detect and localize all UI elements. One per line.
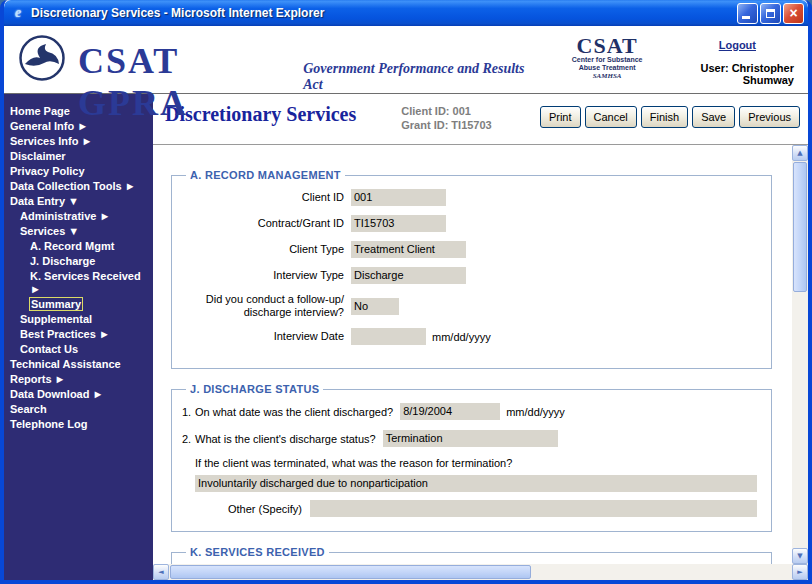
sidebar-item-discharge[interactable]: J. Discharge	[4, 254, 153, 269]
vertical-scroll-track[interactable]	[792, 161, 808, 548]
cancel-button[interactable]: Cancel	[585, 106, 637, 128]
discharge-date-field[interactable]: 8/19/2004	[400, 403, 500, 420]
section-record-management: A. RECORD MANAGEMENT Client ID 001 Contr…	[171, 169, 772, 369]
sidebar-item-disclaimer[interactable]: Disclaimer	[4, 149, 153, 164]
sidebar-item-reports[interactable]: Reports ►	[4, 372, 153, 387]
interview-date-format-hint: mm/dd/yyyy	[432, 331, 491, 343]
horizontal-scrollbar[interactable]: ◄ ►	[153, 564, 808, 580]
sidebar-item-services-received[interactable]: K. Services Received ►	[4, 269, 153, 297]
interview-type-label: Interview Type	[182, 269, 344, 282]
discharge-date-format-hint: mm/dd/yyyy	[506, 406, 565, 418]
contract-grant-id-field[interactable]: TI15703	[351, 215, 446, 232]
csat-logo-line2: Abuse Treatment	[561, 64, 653, 72]
minimize-button[interactable]	[737, 3, 758, 24]
other-specify-label: Other (Specify)	[228, 503, 302, 515]
maximize-button[interactable]	[760, 3, 781, 24]
csat-logo: CSAT Center for Substance Abuse Treatmen…	[561, 35, 653, 81]
hhs-logo-icon	[18, 34, 66, 86]
followup-interview-label: Did you conduct a follow-up/ discharge i…	[182, 293, 344, 319]
scroll-left-icon[interactable]: ◄	[153, 564, 169, 580]
sidebar-item-administrative[interactable]: Administrative ►	[4, 209, 153, 224]
sidebar-item-data-collection-tools[interactable]: Data Collection Tools ►	[4, 179, 153, 194]
interview-date-label: Interview Date	[182, 330, 344, 343]
maximize-icon	[766, 9, 775, 18]
section-services-received: K. SERVICES RECEIVED	[171, 546, 772, 564]
ie-icon: e	[10, 5, 26, 21]
sidebar-item-data-entry[interactable]: Data Entry ▼	[4, 194, 153, 209]
contract-grant-id-label: Contract/Grant ID	[182, 217, 344, 230]
termination-reason-field[interactable]: Involuntarily discharged due to nonparti…	[195, 475, 757, 492]
section-discharge-status: J. DISCHARGE STATUS 1. On what date was …	[171, 383, 772, 532]
horizontal-scroll-track[interactable]	[169, 564, 792, 580]
minimize-icon	[742, 16, 750, 19]
section-a-legend: A. RECORD MANAGEMENT	[186, 169, 345, 181]
vertical-scrollbar[interactable]: ▲ ▼	[792, 145, 808, 564]
scroll-down-icon[interactable]: ▼	[792, 548, 808, 564]
sidebar-item-search[interactable]: Search	[4, 402, 153, 417]
vertical-scroll-thumb[interactable]	[793, 162, 807, 292]
previous-button[interactable]: Previous	[739, 106, 800, 128]
sidebar-item-technical-assistance[interactable]: Technical Assistance	[4, 357, 153, 372]
interview-date-field[interactable]	[351, 328, 426, 345]
titlebar[interactable]: e Discretionary Services - Microsoft Int…	[4, 0, 808, 26]
interview-type-field[interactable]: Discharge	[351, 267, 466, 284]
sidebar-item-best-practices[interactable]: Best Practices ►	[4, 327, 153, 342]
discharge-date-label: On what date was the client discharged?	[195, 406, 393, 418]
client-type-field[interactable]: Treatment Client	[351, 241, 466, 258]
client-id-field[interactable]: 001	[351, 189, 446, 206]
sidebar-item-record-mgmt[interactable]: A. Record Mgmt	[4, 239, 153, 254]
q2-number: 2.	[182, 433, 195, 445]
q1-number: 1.	[182, 406, 195, 418]
sidebar-item-data-download[interactable]: Data Download ►	[4, 387, 153, 402]
sidebar-item-privacy-policy[interactable]: Privacy Policy	[4, 164, 153, 179]
user-name: User: Christopher Shumway	[653, 62, 794, 86]
main-content: Discretionary Services Client ID: 001 Gr…	[153, 94, 808, 580]
app-header: CSAT GPRA Government Performance and Res…	[4, 26, 808, 94]
brand-subtitle: Government Performance and Results Act	[303, 61, 535, 93]
discharge-status-label: What is the client's discharge status?	[195, 433, 376, 445]
sidebar-item-services-info[interactable]: Services Info ►	[4, 134, 153, 149]
horizontal-scroll-thumb[interactable]	[170, 565, 531, 579]
other-specify-field[interactable]	[310, 500, 757, 517]
save-button[interactable]: Save	[692, 106, 735, 128]
section-j-legend: J. DISCHARGE STATUS	[186, 383, 323, 395]
brand-block: CSAT GPRA Government Performance and Res…	[78, 40, 535, 124]
client-id-label: Client ID	[182, 191, 344, 204]
client-type-label: Client Type	[182, 243, 344, 256]
sidebar-item-contact-us[interactable]: Contact Us	[4, 342, 153, 357]
scroll-up-icon[interactable]: ▲	[792, 145, 808, 161]
print-button[interactable]: Print	[540, 106, 581, 128]
window-title: Discretionary Services - Microsoft Inter…	[31, 6, 737, 20]
toolbar: Print Cancel Finish Save Previous	[540, 106, 800, 128]
close-button[interactable]: ×	[783, 3, 804, 24]
termination-reason-label: If the client was terminated, what was t…	[195, 457, 761, 469]
csat-logo-samhsa: SAMHSA	[561, 72, 653, 81]
sidebar-item-summary[interactable]: Summary	[4, 297, 153, 312]
scroll-right-icon[interactable]: ►	[792, 564, 808, 580]
form-area: A. RECORD MANAGEMENT Client ID 001 Contr…	[153, 145, 792, 564]
csat-logo-name: CSAT	[561, 35, 653, 56]
browser-window: e Discretionary Services - Microsoft Int…	[0, 0, 812, 584]
sidebar-item-supplemental[interactable]: Supplemental	[4, 312, 153, 327]
discharge-status-field[interactable]: Termination	[383, 430, 558, 447]
followup-interview-field[interactable]: No	[351, 298, 399, 315]
sidebar: Home Page General Info ► Services Info ►…	[4, 94, 153, 580]
section-k-legend: K. SERVICES RECEIVED	[186, 546, 329, 558]
csat-logo-line1: Center for Substance	[561, 56, 653, 64]
finish-button[interactable]: Finish	[641, 106, 688, 128]
brand-title: CSAT GPRA	[78, 40, 289, 124]
sidebar-item-telephone-log[interactable]: Telephone Log	[4, 417, 153, 432]
user-block: Logout User: Christopher Shumway	[653, 26, 794, 86]
logout-link[interactable]: Logout	[719, 39, 756, 51]
sidebar-item-services[interactable]: Services ▼	[4, 224, 153, 239]
